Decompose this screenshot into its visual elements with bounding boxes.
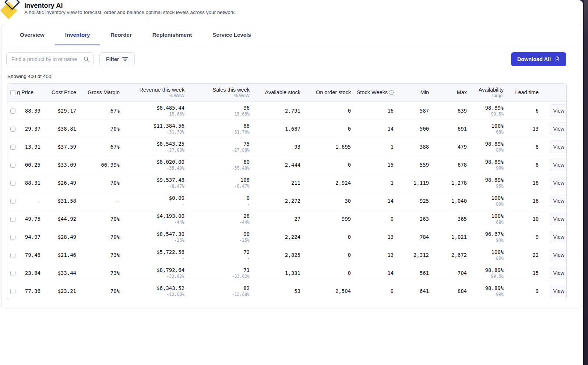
row-checkbox[interactable] xyxy=(10,127,15,132)
cell-availability: 96.67%90% xyxy=(467,228,504,246)
cell-subvalue: -25% xyxy=(184,238,250,243)
tab-inventory[interactable]: Inventory xyxy=(55,24,101,45)
row-checkbox-cell xyxy=(7,138,17,156)
column-header-label: Lead time xyxy=(504,89,539,95)
cell-value: 13 xyxy=(504,126,539,132)
view-button[interactable]: View xyxy=(550,285,567,297)
cell-value: 8 xyxy=(504,162,539,168)
cell-gross_margin: 67% xyxy=(76,102,120,120)
cell-selling_price: 23.84 xyxy=(17,264,41,282)
view-button[interactable]: View xyxy=(550,267,567,279)
select-all-checkbox[interactable] xyxy=(10,90,15,95)
view-button[interactable]: View xyxy=(550,141,567,153)
view-button[interactable]: View xyxy=(550,104,567,117)
cell-value: $37.59 xyxy=(41,144,76,150)
cell-gross_margin: 67% xyxy=(76,138,120,156)
cell-lead_time: 10 xyxy=(504,210,539,228)
cell-stock_weeks: 14 xyxy=(351,120,394,138)
cell-value: $8,020.00 xyxy=(120,159,184,165)
cell-value: 96 xyxy=(184,105,250,111)
cell-cost_price: $31.58 xyxy=(41,192,76,210)
cell-stock_weeks: 1 xyxy=(351,174,394,192)
download-all-button[interactable]: Download All xyxy=(511,52,566,66)
row-checkbox[interactable] xyxy=(10,235,15,240)
download-all-label: Download All xyxy=(517,56,551,62)
row-checkbox[interactable] xyxy=(10,181,15,186)
view-button[interactable]: View xyxy=(550,249,567,261)
row-checkbox[interactable] xyxy=(10,289,15,294)
cell-subvalue: - xyxy=(184,202,250,207)
row-checkbox[interactable] xyxy=(10,163,15,168)
cell-value: 691 xyxy=(429,126,467,132)
tab-overview[interactable]: Overview xyxy=(10,24,55,45)
cell-value: 100% xyxy=(467,123,504,129)
view-button[interactable]: View xyxy=(550,213,567,225)
row-checkbox[interactable] xyxy=(10,217,15,222)
column-header-availability: AvailabilityTarget xyxy=(467,84,504,102)
cell-available: 27 xyxy=(250,210,300,228)
app-subtitle: A holistic inventory view to forecast, o… xyxy=(24,10,236,15)
row-checkbox-cell xyxy=(7,246,17,264)
cell-value: 479 xyxy=(429,144,467,150)
column-header-text: Lead time xyxy=(515,89,539,95)
row-checkbox[interactable] xyxy=(10,199,15,204)
filter-button[interactable]: Filter xyxy=(99,52,135,66)
column-header-selling_price: g Price xyxy=(17,84,41,102)
search-input[interactable] xyxy=(6,52,94,66)
cell-min: 500 xyxy=(394,120,429,138)
cell-on_order: 1,695 xyxy=(300,138,351,156)
info-icon[interactable]: i xyxy=(389,90,394,95)
view-button[interactable]: View xyxy=(550,123,567,135)
cell-selling_price: - xyxy=(17,192,41,210)
cell-stock_weeks: 16 xyxy=(351,102,394,120)
cell-value: 839 xyxy=(429,108,467,114)
cell-value: 15 xyxy=(504,270,539,276)
table-row: 79.48$21.4673%$5,722.56-72-2,8250132,312… xyxy=(7,246,567,264)
cell-value: 73% xyxy=(76,270,120,276)
cell-value: 2,924 xyxy=(300,180,351,186)
cell-value: 559 xyxy=(394,162,429,168)
view-button[interactable]: View xyxy=(550,231,567,243)
cell-lead_time: 15 xyxy=(504,264,539,282)
cell-value: $31.58 xyxy=(41,198,76,204)
cell-max: 1,278 xyxy=(429,174,467,192)
tab-service-levels[interactable]: Service Levels xyxy=(202,24,261,45)
cell-on_order: 0 xyxy=(300,264,351,282)
cell-cost_price: $23.21 xyxy=(41,282,76,300)
cell-gross_margin: 70% xyxy=(76,282,120,300)
cell-value: 14 xyxy=(351,198,394,204)
row-checkbox[interactable] xyxy=(10,253,15,258)
column-header-min: Min xyxy=(394,84,429,102)
row-checkbox[interactable] xyxy=(10,109,15,114)
cell-value: 67% xyxy=(76,108,120,114)
tab-replenishment[interactable]: Replenishment xyxy=(142,24,203,45)
cell-value: 29.37 xyxy=(17,126,41,132)
cell-value: $11,384.56 xyxy=(120,123,184,129)
view-button[interactable]: View xyxy=(550,159,567,171)
row-checkbox[interactable] xyxy=(10,145,15,150)
cell-value: $21.46 xyxy=(41,252,76,258)
cell-value: 108 xyxy=(184,177,250,183)
cell-value: $33.44 xyxy=(41,270,76,276)
cell-value: 14 xyxy=(351,270,394,276)
cell-value: 96.67% xyxy=(467,231,504,237)
table-row: 88.39$29.1767%$8,485.4415.66%9615.66%2,7… xyxy=(7,102,567,120)
tab-reorder[interactable]: Reorder xyxy=(100,24,142,45)
cell-availability: 98.89%99.5% xyxy=(467,264,504,282)
cell-sales: 72- xyxy=(184,246,250,264)
view-button[interactable]: View xyxy=(550,195,567,207)
view-button[interactable]: View xyxy=(550,177,567,189)
cell-value: 28 xyxy=(184,213,250,219)
cell-value: 1,021 xyxy=(429,234,467,240)
row-checkbox[interactable] xyxy=(10,271,15,276)
cell-value: 13 xyxy=(351,234,394,240)
cell-value: 2,791 xyxy=(250,108,300,114)
row-checkbox-cell xyxy=(7,210,17,228)
cell-cost_price: $38.81 xyxy=(41,120,76,138)
cell-sales: 75-27.88% xyxy=(184,138,250,156)
cell-subvalue: 99% xyxy=(467,292,504,297)
cell-value: 365 xyxy=(429,216,467,222)
table-row: 23.84$33.4473%$8,792.64-33.02%71-33.02%1… xyxy=(7,264,567,282)
scrollbar[interactable] xyxy=(583,0,588,365)
cell-availability: 100%68% xyxy=(467,120,504,138)
